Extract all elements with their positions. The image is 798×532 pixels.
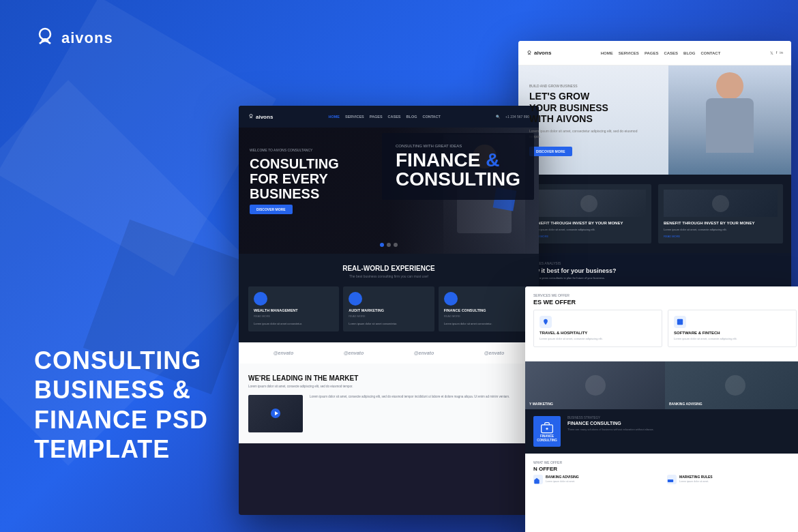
s2-slider-dots — [380, 243, 398, 247]
logo-icon — [34, 27, 56, 49]
s2-experience: REAL-WORLD EXPERIENCE The best business … — [239, 254, 539, 342]
svg-point-0 — [40, 29, 50, 40]
s1-hero-image — [668, 65, 791, 175]
s1-dark-section: BENEFIT THROUGH INVEST BY YOUR MONEY Lor… — [518, 175, 791, 253]
s2-play-icon — [275, 411, 278, 415]
s3-offer-section: WHAT WE OFFER N OFFER BANKING ADVISING L… — [525, 454, 798, 491]
s3-offer-images: Y MARKETING BANKING ADVISING — [525, 361, 798, 409]
s3-offer-icon-1 — [533, 475, 543, 484]
s2-leading-text-right: Lorem ipsum dolor sit amet, consecte adi… — [310, 395, 529, 400]
s2-video-thumbnail[interactable] — [248, 395, 303, 432]
s1-services-section: SERVICES ANALYSIS How it best for your b… — [518, 253, 791, 289]
s1-dark-cards: BENEFIT THROUGH INVEST BY YOUR MONEY Lor… — [527, 184, 783, 243]
s1-nav-icons: 𝕏 f in — [770, 50, 783, 55]
s3-finance-icon-box: FINANCE CONSULTING — [533, 416, 561, 447]
s3-service-icon-2 — [674, 316, 686, 328]
screenshot-light-services: SERVICES WE OFFER ES WE OFFER TRAVEL & H… — [525, 286, 798, 532]
screenshots-container: aivons HOME SERVICES PAGES CASES BLOG CO… — [198, 0, 798, 532]
s3-offer-icon-2 — [667, 475, 677, 484]
svg-rect-3 — [677, 319, 683, 325]
s2-exp-icon-1 — [254, 292, 267, 306]
s1-hero-person — [668, 65, 791, 175]
s2-nav-links: HOME SERVICES PAGES CASES BLOG CONTACT — [329, 115, 441, 119]
s3-finance-content: BUSINESS STRATEGY FINANCE CONSULTING The… — [567, 416, 797, 432]
s2-dot-3[interactable] — [394, 243, 398, 247]
s2-dot-1[interactable] — [380, 243, 384, 247]
s3-offer-item-1: BANKING ADVISING Lorem ipsum dolor sit a… — [533, 475, 663, 484]
svg-point-1 — [528, 50, 531, 53]
s2-logo: aivons — [248, 114, 273, 120]
s1-nav: aivons HOME SERVICES PAGES CASES BLOG CO… — [518, 41, 791, 65]
logo-text: aivons — [61, 29, 113, 47]
s2-hero: WELCOME TO AIVONS CONSULTANCY CONSULTING… — [239, 128, 539, 254]
s1-nav-links: HOME SERVICES PAGES CASES BLOG CONTACT — [601, 51, 721, 55]
s3-offer-item-2: MARKETING RULES Lorem ipsum dolor sit am… — [667, 475, 797, 484]
s3-service-icon-1 — [540, 316, 552, 328]
s2-partners: @envato @envato @envato @envato — [239, 342, 539, 364]
s2-exp-icon-3 — [444, 292, 458, 306]
left-content: CONSULTING BUSINESS & FINANCE PSD TEMPLA… — [34, 346, 208, 464]
s1-dark-card-2: BENEFIT THROUGH INVEST BY YOUR MONEY Lor… — [658, 184, 783, 243]
svg-point-2 — [250, 115, 252, 117]
s3-offer-img-2: BANKING ADVISING — [665, 361, 798, 409]
s3-finance-dark: FINANCE CONSULTING BUSINESS STRATEGY FIN… — [525, 409, 798, 454]
s2-exp-card-1: WEALTH MANAGEMENT READ MORE Lorem ipsum … — [248, 286, 339, 331]
s2-exp-card-2: AUDIT MARKETING READ MORE Lorem ipsum do… — [343, 286, 434, 331]
s1-card-image-1 — [532, 190, 646, 217]
s3-offer-items: BANKING ADVISING Lorem ipsum dolor sit a… — [533, 475, 797, 484]
s3-service-card-2: SOFTWARE & FINTECH Lorem ipsum dolor sit… — [668, 310, 797, 347]
logo-area: aivons — [34, 27, 113, 49]
s2-leading-bottom: Lorem ipsum dolor sit amet, consecte adi… — [248, 395, 529, 432]
s1-dark-card-1: BENEFIT THROUGH INVEST BY YOUR MONEY Lor… — [527, 184, 651, 243]
s1-card-image-2 — [664, 190, 778, 217]
s2-play-button[interactable] — [271, 409, 280, 418]
s3-service-cards: TRAVEL & HOSPITALITY Lorem ipsum dolor s… — [533, 310, 797, 347]
s1-logo: aivons — [527, 50, 551, 56]
s2-nav: aivons HOME SERVICES PAGES CASES BLOG CO… — [239, 106, 539, 128]
s3-offer-img-1: Y MARKETING — [525, 361, 665, 409]
s3-services-intro: SERVICES WE OFFER ES WE OFFER TRAVEL & H… — [525, 286, 798, 361]
s2-exp-icon-2 — [349, 292, 362, 306]
s3-service-card-1: TRAVEL & HOSPITALITY Lorem ipsum dolor s… — [533, 310, 662, 347]
s2-dot-2[interactable] — [387, 243, 391, 247]
s2-leading: WE'RE LEADING IN THE MARKET Lorem ipsum … — [239, 364, 539, 443]
s2-hero-content: WELCOME TO AIVONS CONSULTANCY CONSULTING… — [250, 148, 339, 214]
s2-exp-cards: WEALTH MANAGEMENT READ MORE Lorem ipsum … — [248, 286, 529, 331]
s1-hero: BUILD AND GROW BUSINESS LET'S GROW YOUR … — [518, 65, 791, 175]
s2-exp-card-3: FINANCE CONSULTING READ MORE Lorem ipsum… — [439, 286, 529, 331]
screenshot-dark-template: aivons HOME SERVICES PAGES CASES BLOG CO… — [239, 106, 539, 515]
tagline: CONSULTING BUSINESS & FINANCE PSD TEMPLA… — [34, 346, 208, 464]
